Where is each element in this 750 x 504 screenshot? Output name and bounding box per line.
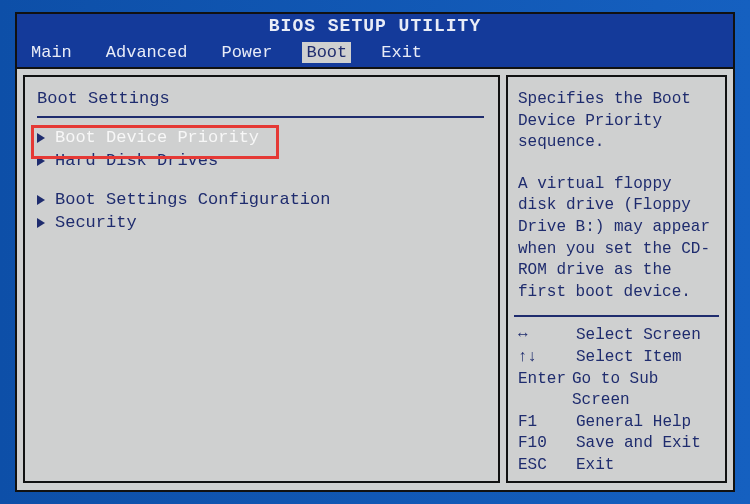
kb-enter: Enter Go to Sub Screen bbox=[518, 369, 715, 412]
help-para-1: Specifies the Boot Device Priority seque… bbox=[518, 89, 715, 154]
menu-label: Security bbox=[55, 213, 137, 232]
menu-hard-disk-drives[interactable]: Hard Disk Drives bbox=[37, 151, 484, 170]
menu-label: Hard Disk Drives bbox=[55, 151, 218, 170]
divider bbox=[37, 116, 484, 118]
top-menu-bar: Main Advanced Power Boot Exit bbox=[17, 40, 733, 69]
tab-boot[interactable]: Boot bbox=[302, 42, 351, 63]
tab-advanced[interactable]: Advanced bbox=[102, 42, 192, 63]
kb-action: General Help bbox=[576, 412, 691, 434]
kb-action: Go to Sub Screen bbox=[572, 369, 715, 412]
kb-key: ↔ bbox=[518, 325, 576, 347]
kb-key: ESC bbox=[518, 455, 576, 477]
menu-boot-device-priority[interactable]: Boot Device Priority bbox=[37, 128, 484, 147]
tab-main[interactable]: Main bbox=[27, 42, 76, 63]
menu-label: Boot Settings Configuration bbox=[55, 190, 330, 209]
arrow-icon bbox=[37, 156, 45, 166]
tab-exit[interactable]: Exit bbox=[377, 42, 426, 63]
kb-key: Enter bbox=[518, 369, 572, 412]
kb-action: Select Item bbox=[576, 347, 682, 369]
bios-title: BIOS SETUP UTILITY bbox=[17, 14, 733, 40]
kb-action: Exit bbox=[576, 455, 614, 477]
menu-label: Boot Device Priority bbox=[55, 128, 259, 147]
divider bbox=[514, 315, 719, 317]
kb-key: F10 bbox=[518, 433, 576, 455]
kb-action: Select Screen bbox=[576, 325, 701, 347]
arrow-icon bbox=[37, 133, 45, 143]
tab-power[interactable]: Power bbox=[217, 42, 276, 63]
menu-boot-settings-configuration[interactable]: Boot Settings Configuration bbox=[37, 190, 484, 209]
bios-window: BIOS SETUP UTILITY Main Advanced Power B… bbox=[15, 12, 735, 492]
help-para-2: A virtual floppy disk drive (Floppy Driv… bbox=[518, 174, 715, 304]
right-help-panel: Specifies the Boot Device Priority seque… bbox=[506, 75, 727, 483]
left-panel: Boot Settings Boot Device Priority Hard … bbox=[23, 75, 500, 483]
kb-select-item: ↑↓ Select Item bbox=[518, 347, 715, 369]
menu-security[interactable]: Security bbox=[37, 213, 484, 232]
section-title: Boot Settings bbox=[37, 89, 484, 108]
kb-action: Save and Exit bbox=[576, 433, 701, 455]
kb-f10: F10 Save and Exit bbox=[518, 433, 715, 455]
keyboard-help: ↔ Select Screen ↑↓ Select Item Enter Go … bbox=[518, 303, 715, 476]
arrow-icon bbox=[37, 218, 45, 228]
kb-key: ↑↓ bbox=[518, 347, 576, 369]
kb-key: F1 bbox=[518, 412, 576, 434]
kb-select-screen: ↔ Select Screen bbox=[518, 325, 715, 347]
kb-esc: ESC Exit bbox=[518, 455, 715, 477]
kb-f1: F1 General Help bbox=[518, 412, 715, 434]
help-text: Specifies the Boot Device Priority seque… bbox=[518, 89, 715, 303]
arrow-icon bbox=[37, 195, 45, 205]
